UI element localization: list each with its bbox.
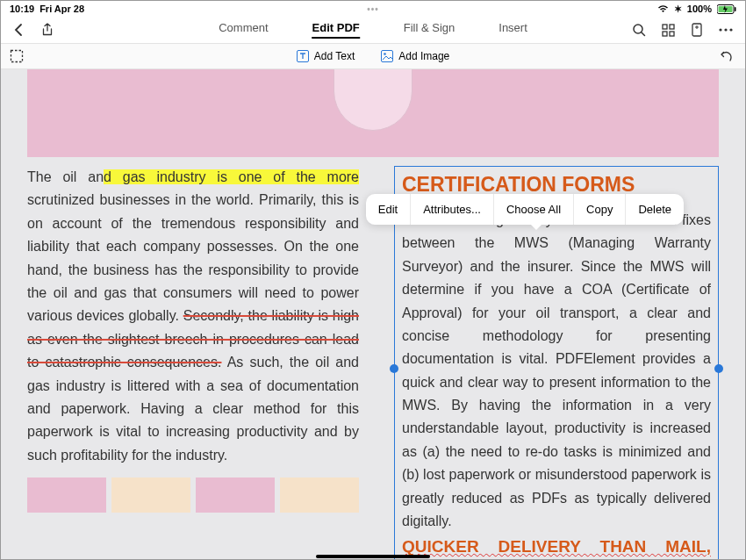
document-canvas[interactable]: Edit Attributes... Choose All Copy Delet… (1, 69, 745, 559)
add-text-label: Add Text (314, 50, 355, 62)
svg-rect-7 (670, 32, 674, 36)
status-date: Fri Apr 28 (39, 4, 84, 14)
svg-point-15 (384, 53, 386, 55)
battery-icon (717, 4, 736, 14)
header-image (27, 69, 719, 157)
selection-handle-right[interactable] (714, 364, 723, 373)
svg-point-10 (724, 28, 727, 31)
back-icon[interactable] (13, 23, 24, 37)
context-attributes[interactable]: Attributes... (411, 194, 494, 225)
thumb-image (280, 477, 359, 513)
text-plain: As such, the oil and gas industry is lit… (27, 355, 359, 463)
tab-comment[interactable]: Comment (219, 21, 268, 39)
home-indicator[interactable] (316, 555, 430, 558)
selection-handle-left[interactable] (390, 364, 398, 373)
top-bar: Comment Edit PDF Fill & Sign Insert (1, 17, 745, 43)
svg-rect-12 (11, 51, 23, 62)
handle-dots: ••• (367, 4, 379, 14)
more-icon[interactable] (719, 28, 733, 32)
add-image-label: Add Image (398, 50, 449, 62)
svg-rect-14 (382, 51, 393, 62)
highlighted-text: d gas industry is one of the more (104, 169, 359, 184)
context-delete[interactable]: Delete (626, 194, 684, 225)
context-menu: Edit Attributes... Choose All Copy Delet… (366, 194, 684, 225)
tab-edit-pdf[interactable]: Edit PDF (312, 21, 360, 39)
selected-text-block[interactable]: CERTIFICATION FORMS Certification is gen… (394, 166, 719, 559)
grid-icon[interactable] (662, 24, 675, 37)
svg-rect-4 (663, 25, 667, 29)
left-text-block[interactable]: The oil and gas industry is one of the m… (27, 166, 359, 559)
context-copy[interactable]: Copy (574, 194, 626, 225)
svg-rect-6 (663, 32, 667, 36)
text-plain: The oil an (27, 169, 104, 184)
status-time: 10:19 (10, 4, 34, 14)
share-icon[interactable] (41, 23, 54, 37)
main-tabs: Comment Edit PDF Fill & Sign Insert (219, 21, 527, 39)
thumb-image (111, 477, 190, 513)
context-choose-all[interactable]: Choose All (494, 194, 574, 225)
selection-icon[interactable] (10, 49, 24, 63)
text-plain: scrutinized businesses in the world. Pri… (27, 192, 359, 323)
tab-insert[interactable]: Insert (499, 21, 527, 39)
bookmark-icon[interactable] (691, 23, 703, 37)
svg-rect-2 (735, 7, 736, 11)
tab-fill-sign[interactable]: Fill & Sign (404, 21, 455, 39)
add-text-button[interactable]: Add Text (297, 50, 355, 62)
wifi-icon (657, 4, 669, 13)
bluetooth-icon: ✶ (674, 4, 682, 15)
svg-point-9 (719, 28, 721, 31)
heading-quicker: QUICKER DELIVERY THAN MAIL, (402, 533, 711, 559)
edit-toolbar: Add Text Add Image (1, 43, 745, 69)
thumb-image (27, 477, 106, 513)
add-image-button[interactable]: Add Image (381, 50, 449, 62)
battery-pct: 100% (687, 4, 712, 14)
svg-point-11 (729, 28, 732, 31)
right-body-text: Certification is generally a back and fo… (402, 209, 711, 533)
thumb-image (196, 477, 275, 513)
left-paragraph: The oil and gas industry is one of the m… (27, 166, 359, 467)
undo-icon[interactable] (719, 50, 733, 62)
context-edit[interactable]: Edit (366, 194, 411, 225)
header-image-content (334, 69, 412, 131)
svg-rect-5 (670, 25, 674, 29)
status-bar: 10:19 Fri Apr 28 ••• ✶ 100% (1, 1, 745, 17)
thumbnail-row (27, 477, 359, 513)
search-icon[interactable] (632, 23, 646, 37)
